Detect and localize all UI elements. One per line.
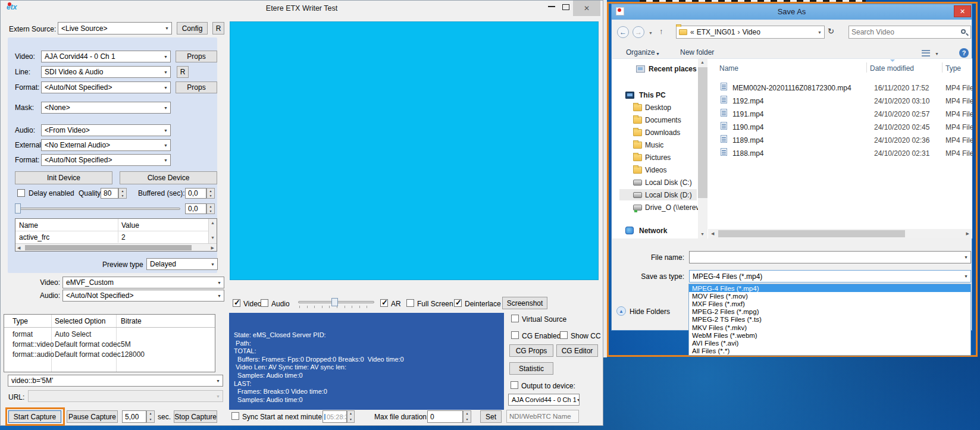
show-cc-checkbox[interactable] [560,331,568,339]
output-device-select[interactable]: AJA Corvid44 - 0 Ch 1 [508,394,580,406]
chevron-down-icon[interactable] [818,30,822,34]
scrollbar-thumb[interactable] [698,67,707,198]
column-type[interactable]: Type [945,64,961,73]
sync-start-checkbox[interactable] [231,412,239,420]
full-screen-checkbox[interactable] [406,299,414,307]
maximize-icon[interactable] [562,4,569,10]
ar-checkbox[interactable] [380,299,388,307]
file-row-name[interactable]: 1192.mp4 [732,97,763,105]
external-select[interactable]: <No External Audio> [41,139,171,151]
refresh-button[interactable]: ↻ [828,27,834,36]
cg-enabled-checkbox[interactable] [511,331,519,339]
sidebar-item-documents[interactable]: Documents [645,116,681,124]
delay-enabled-checkbox[interactable] [17,189,25,197]
props-col-value[interactable]: Value [121,221,139,230]
extern-r-button[interactable]: R [212,22,224,34]
codec-col-option[interactable]: Selected Option [55,317,105,325]
scroll-left-icon[interactable]: ◀ [711,231,714,236]
sidebar-item-music[interactable]: Music [645,141,663,149]
hide-folders-button[interactable]: ▲ Hide Folders [616,305,682,318]
scroll-down-icon[interactable]: ▼ [700,232,705,236]
buffered-input[interactable]: 0,0 [185,188,206,199]
column-date-modified[interactable]: Date modified [870,64,914,73]
format-select[interactable]: <Auto/Not Specified> [41,81,171,93]
sidebar-item-disk-d[interactable]: Local Disk (D:) [645,191,692,199]
file-row-name[interactable]: 1191.mp4 [732,110,763,118]
dropdown-option[interactable]: All Files (*.*) [689,347,970,355]
nav-history-chevron-icon[interactable] [649,31,653,35]
minimize-icon[interactable] [548,6,555,7]
set-button[interactable]: Set [480,410,502,423]
audio-checkbox[interactable] [261,299,268,307]
file-row-name[interactable]: 1189.mp4 [732,136,763,145]
up-button[interactable]: ↑ [659,27,663,36]
breadcrumb[interactable]: « ETX_ING01 › Video [676,26,825,39]
scrollbar-thumb[interactable] [718,230,905,237]
sidebar-item-network[interactable]: Network [639,227,667,235]
dropdown-option[interactable]: WebM Files (*.webm) [689,331,970,339]
codec-col-type[interactable]: Type [12,317,28,325]
buffered2-stepper[interactable] [206,203,215,214]
breadcrumb-overflow[interactable]: « [690,28,694,36]
format-props-button[interactable]: Props [176,81,217,93]
sidebar-item-desktop[interactable]: Desktop [645,103,671,112]
breadcrumb-leaf[interactable]: Video [742,28,760,36]
scroll-right-icon[interactable]: ▶ [966,231,969,236]
save-as-type-select[interactable]: MPEG-4 Files (*.mp4) [689,270,971,283]
time-checkbox[interactable] [324,414,325,420]
dropdown-option[interactable]: MOV Files (*.mov) [689,292,970,300]
url-select[interactable] [28,390,223,402]
cg-props-button[interactable]: CG Props [509,344,553,357]
video-checkbox[interactable] [233,299,240,307]
output-to-device-checkbox[interactable] [511,381,518,389]
expression-select[interactable]: video::b='5M' [8,375,223,387]
close-icon[interactable]: ✕ [573,1,600,16]
props-vscrollbar[interactable]: ▲ ▼ [208,219,217,243]
file-row-name[interactable]: 1190.mp4 [732,123,763,131]
ndi-name-input[interactable] [506,410,579,423]
sidebar-item-downloads[interactable]: Downloads [645,128,680,137]
cg-editor-button[interactable]: CG Editor [556,344,598,357]
search-box[interactable] [849,26,971,39]
dropdown-option[interactable]: MKV Files (*.mkv) [689,324,970,331]
extern-source-select[interactable]: <Live Source> [58,22,172,34]
view-chevron-icon[interactable] [935,52,939,56]
screenshot-button[interactable]: Screenshot [502,297,547,309]
preview-type-select[interactable]: Delayed [146,258,218,270]
codec-col-bitrate[interactable]: Bitrate [121,317,142,325]
max-duration-stepper[interactable] [463,410,471,423]
sidebar-scrollbar[interactable]: ▲ ▼ [698,59,707,238]
column-name[interactable]: Name [719,64,738,73]
format2-select[interactable]: <Auto/Not Specified> [41,154,171,166]
scroll-right-icon[interactable]: ▶ [211,246,214,250]
video-preview[interactable] [230,21,599,280]
pause-capture-button[interactable]: Pause Capture [67,410,118,423]
line-select[interactable]: SDI Video & Audio [41,66,171,78]
buffered2-input[interactable]: 0,0 [185,203,206,214]
organize-chevron-icon[interactable] [656,52,660,56]
scroll-up-icon[interactable]: ▲ [211,221,215,225]
config-button[interactable]: Config [177,22,208,34]
quality-input[interactable]: 80 [101,188,118,199]
max-duration-input[interactable]: 0 [427,410,463,423]
interval-stepper[interactable] [146,410,155,423]
virtual-source-checkbox[interactable] [511,315,519,322]
new-folder-button[interactable]: New folder [680,48,714,57]
buffered-stepper[interactable] [206,188,215,199]
scroll-up-icon[interactable]: ▲ [700,60,705,64]
search-icon[interactable] [961,29,966,34]
writer-audio-select[interactable]: <Auto/Not Specified> [62,290,224,302]
sidebar-item-this-pc[interactable]: This PC [639,91,666,99]
dropdown-option[interactable]: MPEG-2 Files (*.mpg) [689,308,970,316]
file-name-input[interactable] [689,251,971,263]
props-row-value[interactable]: 2 [121,233,126,241]
sidebar-item-drive-o[interactable]: Drive_O (\\eterev [645,203,699,212]
sidebar-item-recent-places[interactable]: Recent places [649,65,697,73]
props-col-name[interactable]: Name [19,221,38,230]
delay-slider-handle[interactable] [15,203,21,214]
dropdown-option[interactable]: MPEG-2 TS Files (*.ts) [689,316,970,324]
props-row-name[interactable]: active_frc [19,233,49,241]
help-icon[interactable]: ? [959,48,969,58]
app-titlebar[interactable]: etx Etere ETX Writer Test ✕ [1,1,603,16]
statistic-button[interactable]: Statistic [509,362,553,375]
